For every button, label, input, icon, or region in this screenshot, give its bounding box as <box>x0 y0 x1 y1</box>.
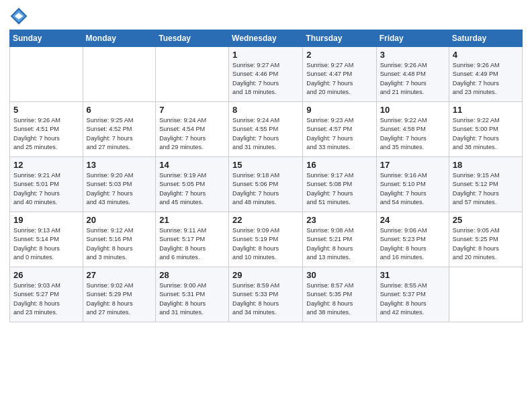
day-info: Sunrise: 9:11 AM Sunset: 5:17 PM Dayligh… <box>159 226 225 262</box>
day-info: Sunrise: 9:15 AM Sunset: 5:12 PM Dayligh… <box>453 171 519 207</box>
calendar-day-4: 4Sunrise: 9:26 AM Sunset: 4:49 PM Daylig… <box>449 47 522 102</box>
day-info: Sunrise: 9:05 AM Sunset: 5:25 PM Dayligh… <box>453 226 519 262</box>
day-number: 22 <box>232 215 299 225</box>
day-info: Sunrise: 9:27 AM Sunset: 4:46 PM Dayligh… <box>232 61 299 97</box>
day-number: 12 <box>13 160 79 170</box>
day-number: 1 <box>232 50 299 60</box>
calendar-day-11: 11Sunrise: 9:22 AM Sunset: 5:00 PM Dayli… <box>449 102 522 157</box>
day-info: Sunrise: 8:59 AM Sunset: 5:33 PM Dayligh… <box>232 281 299 317</box>
day-number: 5 <box>13 105 79 115</box>
calendar-day-31: 31Sunrise: 8:55 AM Sunset: 5:37 PM Dayli… <box>376 267 449 322</box>
calendar-day-16: 16Sunrise: 9:17 AM Sunset: 5:08 PM Dayli… <box>303 157 376 212</box>
weekday-header-wednesday: Wednesday <box>229 30 303 47</box>
weekday-header-monday: Monday <box>83 30 156 47</box>
day-number: 9 <box>306 105 372 115</box>
calendar-day-12: 12Sunrise: 9:21 AM Sunset: 5:01 PM Dayli… <box>10 157 83 212</box>
calendar-day-3: 3Sunrise: 9:26 AM Sunset: 4:48 PM Daylig… <box>376 47 449 102</box>
day-info: Sunrise: 8:57 AM Sunset: 5:35 PM Dayligh… <box>306 281 372 317</box>
calendar-week-2: 5Sunrise: 9:26 AM Sunset: 4:51 PM Daylig… <box>10 102 523 157</box>
day-number: 15 <box>232 160 299 170</box>
page-container: SundayMondayTuesdayWednesdayThursdayFrid… <box>0 0 532 411</box>
calendar-day-6: 6Sunrise: 9:25 AM Sunset: 4:52 PM Daylig… <box>83 102 156 157</box>
calendar-day-14: 14Sunrise: 9:19 AM Sunset: 5:05 PM Dayli… <box>156 157 229 212</box>
day-info: Sunrise: 9:00 AM Sunset: 5:31 PM Dayligh… <box>159 281 225 317</box>
day-number: 31 <box>380 270 445 280</box>
day-number: 23 <box>306 215 372 225</box>
calendar-day-26: 26Sunrise: 9:03 AM Sunset: 5:27 PM Dayli… <box>10 267 83 322</box>
day-info: Sunrise: 9:13 AM Sunset: 5:14 PM Dayligh… <box>13 226 79 262</box>
calendar-day-1: 1Sunrise: 9:27 AM Sunset: 4:46 PM Daylig… <box>229 47 303 102</box>
day-number: 25 <box>453 215 519 225</box>
weekday-header-thursday: Thursday <box>303 30 376 47</box>
day-info: Sunrise: 9:26 AM Sunset: 4:49 PM Dayligh… <box>453 61 519 97</box>
day-info: Sunrise: 9:26 AM Sunset: 4:48 PM Dayligh… <box>380 61 445 97</box>
calendar-day-18: 18Sunrise: 9:15 AM Sunset: 5:12 PM Dayli… <box>449 157 522 212</box>
day-number: 18 <box>453 160 519 170</box>
day-number: 14 <box>159 160 225 170</box>
logo-icon <box>9 7 28 26</box>
day-info: Sunrise: 9:26 AM Sunset: 4:51 PM Dayligh… <box>13 116 79 152</box>
day-number: 21 <box>159 215 225 225</box>
day-info: Sunrise: 9:08 AM Sunset: 5:21 PM Dayligh… <box>306 226 372 262</box>
weekday-header-saturday: Saturday <box>449 30 522 47</box>
day-info: Sunrise: 9:21 AM Sunset: 5:01 PM Dayligh… <box>13 171 79 207</box>
day-number: 3 <box>380 50 445 60</box>
calendar-day-30: 30Sunrise: 8:57 AM Sunset: 5:35 PM Dayli… <box>303 267 376 322</box>
header <box>9 7 523 26</box>
day-info: Sunrise: 9:20 AM Sunset: 5:03 PM Dayligh… <box>87 171 152 207</box>
calendar-week-1: 1Sunrise: 9:27 AM Sunset: 4:46 PM Daylig… <box>10 47 523 102</box>
calendar-day-24: 24Sunrise: 9:06 AM Sunset: 5:23 PM Dayli… <box>376 212 449 267</box>
day-info: Sunrise: 8:55 AM Sunset: 5:37 PM Dayligh… <box>380 281 445 317</box>
calendar-day-28: 28Sunrise: 9:00 AM Sunset: 5:31 PM Dayli… <box>156 267 229 322</box>
day-number: 26 <box>13 270 79 280</box>
day-number: 7 <box>159 105 225 115</box>
calendar: SundayMondayTuesdayWednesdayThursdayFrid… <box>9 30 523 322</box>
day-number: 11 <box>453 105 519 115</box>
calendar-day-29: 29Sunrise: 8:59 AM Sunset: 5:33 PM Dayli… <box>229 267 303 322</box>
day-number: 4 <box>453 50 519 60</box>
day-info: Sunrise: 9:24 AM Sunset: 4:54 PM Dayligh… <box>159 116 225 152</box>
calendar-day-10: 10Sunrise: 9:22 AM Sunset: 4:58 PM Dayli… <box>376 102 449 157</box>
day-number: 30 <box>306 270 372 280</box>
calendar-day-22: 22Sunrise: 9:09 AM Sunset: 5:19 PM Dayli… <box>229 212 303 267</box>
empty-cell <box>10 47 83 102</box>
day-info: Sunrise: 9:03 AM Sunset: 5:27 PM Dayligh… <box>13 281 79 317</box>
day-info: Sunrise: 9:27 AM Sunset: 4:47 PM Dayligh… <box>306 61 372 97</box>
weekday-header-sunday: Sunday <box>10 30 83 47</box>
day-info: Sunrise: 9:23 AM Sunset: 4:57 PM Dayligh… <box>306 116 372 152</box>
calendar-day-17: 17Sunrise: 9:16 AM Sunset: 5:10 PM Dayli… <box>376 157 449 212</box>
weekday-header-tuesday: Tuesday <box>156 30 229 47</box>
day-number: 28 <box>159 270 225 280</box>
calendar-day-13: 13Sunrise: 9:20 AM Sunset: 5:03 PM Dayli… <box>83 157 156 212</box>
day-info: Sunrise: 9:02 AM Sunset: 5:29 PM Dayligh… <box>87 281 152 317</box>
day-number: 29 <box>232 270 299 280</box>
day-info: Sunrise: 9:09 AM Sunset: 5:19 PM Dayligh… <box>232 226 299 262</box>
day-info: Sunrise: 9:24 AM Sunset: 4:55 PM Dayligh… <box>232 116 299 152</box>
day-info: Sunrise: 9:25 AM Sunset: 4:52 PM Dayligh… <box>87 116 152 152</box>
day-number: 2 <box>306 50 372 60</box>
calendar-day-9: 9Sunrise: 9:23 AM Sunset: 4:57 PM Daylig… <box>303 102 376 157</box>
day-number: 27 <box>87 270 152 280</box>
calendar-day-21: 21Sunrise: 9:11 AM Sunset: 5:17 PM Dayli… <box>156 212 229 267</box>
calendar-day-8: 8Sunrise: 9:24 AM Sunset: 4:55 PM Daylig… <box>229 102 303 157</box>
calendar-day-25: 25Sunrise: 9:05 AM Sunset: 5:25 PM Dayli… <box>449 212 522 267</box>
day-number: 10 <box>380 105 445 115</box>
calendar-week-4: 19Sunrise: 9:13 AM Sunset: 5:14 PM Dayli… <box>10 212 523 267</box>
day-number: 16 <box>306 160 372 170</box>
day-number: 6 <box>87 105 152 115</box>
day-info: Sunrise: 9:16 AM Sunset: 5:10 PM Dayligh… <box>380 171 445 207</box>
day-number: 13 <box>87 160 152 170</box>
day-info: Sunrise: 9:12 AM Sunset: 5:16 PM Dayligh… <box>87 226 152 262</box>
calendar-day-27: 27Sunrise: 9:02 AM Sunset: 5:29 PM Dayli… <box>83 267 156 322</box>
calendar-day-23: 23Sunrise: 9:08 AM Sunset: 5:21 PM Dayli… <box>303 212 376 267</box>
calendar-day-19: 19Sunrise: 9:13 AM Sunset: 5:14 PM Dayli… <box>10 212 83 267</box>
day-info: Sunrise: 9:19 AM Sunset: 5:05 PM Dayligh… <box>159 171 225 207</box>
calendar-body: 1Sunrise: 9:27 AM Sunset: 4:46 PM Daylig… <box>10 47 523 322</box>
day-info: Sunrise: 9:18 AM Sunset: 5:06 PM Dayligh… <box>232 171 299 207</box>
day-number: 17 <box>380 160 445 170</box>
day-info: Sunrise: 9:17 AM Sunset: 5:08 PM Dayligh… <box>306 171 372 207</box>
empty-cell <box>156 47 229 102</box>
day-number: 20 <box>87 215 152 225</box>
calendar-day-7: 7Sunrise: 9:24 AM Sunset: 4:54 PM Daylig… <box>156 102 229 157</box>
calendar-day-20: 20Sunrise: 9:12 AM Sunset: 5:16 PM Dayli… <box>83 212 156 267</box>
